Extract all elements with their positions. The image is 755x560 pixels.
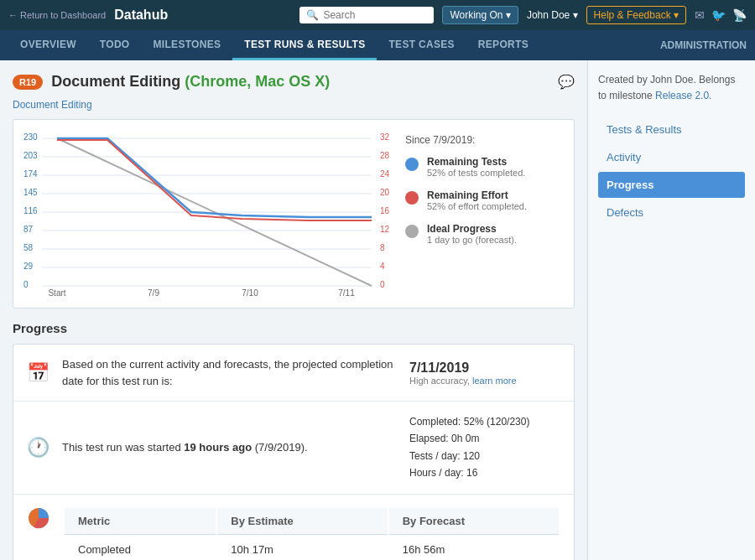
metrics-table-wrapper: Metric By Estimate By Forecast Completed…: [63, 506, 560, 560]
sidebar-nav: Tests & ResultsActivityProgressDefects: [598, 117, 745, 226]
stat-line: Hours / day: 16: [409, 464, 560, 481]
nav-item-test-runs-&-results[interactable]: TEST RUNS & RESULTS: [232, 30, 377, 60]
prog-right-date: 7/11/2019 High accuracy, learn more: [409, 360, 560, 386]
svg-text:145: 145: [23, 188, 38, 197]
legend-label-blue: Remaining Tests: [427, 156, 525, 168]
progress-row-start: 🕐 This test run was started 19 hours ago…: [13, 402, 574, 495]
svg-text:58: 58: [23, 243, 34, 252]
milestone-link[interactable]: Release 2.0.: [655, 90, 711, 101]
table-row: Completed 10h 17m 16h 56m: [65, 537, 559, 560]
legend-dot-gray: [405, 225, 419, 238]
admin-nav[interactable]: ADMINISTRATION: [660, 39, 747, 51]
svg-text:29: 29: [23, 262, 34, 271]
prog-accuracy: High accuracy, learn more: [409, 376, 560, 386]
pie-chart-icon: [27, 506, 50, 530]
top-icons: ✉ 🐦 📡: [695, 8, 747, 22]
svg-text:12: 12: [380, 225, 390, 234]
col-metric: Metric: [65, 508, 216, 535]
legend-dot-red: [405, 191, 419, 205]
nav-item-overview[interactable]: OVERVIEW: [8, 30, 88, 60]
svg-text:203: 203: [23, 151, 38, 160]
svg-text:7/10: 7/10: [242, 288, 258, 298]
breadcrumb[interactable]: Document Editing: [13, 99, 575, 111]
sidebar-info: Created by John Doe. Belongs to mileston…: [598, 72, 745, 104]
metric-estimate: 10h 17m: [217, 537, 387, 560]
svg-text:7/9: 7/9: [148, 288, 159, 298]
legend-sub-red: 52% of effort completed.: [427, 201, 527, 211]
legend-label-gray: Ideal Progress: [427, 223, 517, 235]
sidebar-nav-defects[interactable]: Defects: [598, 200, 745, 226]
metrics-table: Metric By Estimate By Forecast Completed…: [63, 506, 560, 560]
stat-line: Tests / day: 120: [409, 448, 560, 464]
metrics-tbody: Completed 10h 17m 16h 56m Todo 9h 47m 15…: [65, 537, 559, 560]
nav-item-milestones[interactable]: MILESTONES: [142, 30, 233, 60]
nav-item-todo[interactable]: TODO: [88, 30, 142, 60]
rss-icon[interactable]: 📡: [732, 8, 747, 22]
col-estimate: By Estimate: [217, 508, 387, 535]
user-button[interactable]: John Doe ▾: [527, 9, 578, 21]
search-input[interactable]: [323, 9, 432, 21]
app-title: Datahub: [114, 8, 168, 23]
working-on-button[interactable]: Working On ▾: [442, 6, 518, 24]
legend-since: Since 7/9/2019:: [405, 134, 564, 146]
legend-item-red: Remaining Effort 52% of effort completed…: [405, 189, 564, 211]
svg-text:116: 116: [23, 206, 38, 215]
sidebar-nav-activity[interactable]: Activity: [598, 144, 745, 170]
svg-text:174: 174: [23, 169, 38, 179]
sidebar-nav-progress[interactable]: Progress: [598, 172, 745, 198]
svg-text:32: 32: [380, 132, 390, 142]
content-area: R19 Document Editing (Chrome, Mac OS X) …: [0, 60, 587, 560]
calendar-icon: 📅: [27, 362, 49, 384]
pie-icon: [27, 506, 50, 530]
right-sidebar: Created by John Doe. Belongs to mileston…: [587, 60, 755, 560]
return-link[interactable]: ← Return to Dashboard: [8, 10, 106, 20]
page-header: R19 Document Editing (Chrome, Mac OS X) …: [13, 73, 575, 91]
nav-items: OVERVIEWTODOMILESTONESTEST RUNS & RESULT…: [8, 30, 660, 60]
metric-forecast: 16h 56m: [389, 537, 559, 560]
svg-text:230: 230: [23, 132, 38, 142]
search-box: 🔍: [299, 7, 434, 23]
prog-text-date: Based on the current activity and foreca…: [62, 356, 397, 389]
svg-text:20: 20: [380, 188, 390, 197]
learn-more-link[interactable]: learn more: [472, 376, 517, 386]
chart-card: 230 203 174 145 116 87 58 29 0 32 28 24 …: [13, 119, 575, 309]
chart-svg: 230 203 174 145 116 87 58 29 0 32 28 24 …: [23, 130, 393, 298]
sidebar-nav-tests-&-results[interactable]: Tests & Results: [598, 117, 745, 143]
clock-icon: 🕐: [27, 437, 49, 459]
svg-text:87: 87: [23, 225, 34, 234]
burndown-chart: 230 203 174 145 116 87 58 29 0 32 28 24 …: [23, 130, 393, 298]
legend-item-blue: Remaining Tests 52% of tests completed.: [405, 156, 564, 178]
top-bar: ← Return to Dashboard Datahub 🔍 Working …: [0, 0, 755, 30]
nav-item-test-cases[interactable]: TEST CASES: [377, 30, 466, 60]
svg-text:4: 4: [380, 262, 385, 271]
prog-text-start: This test run was started 19 hours ago (…: [62, 439, 397, 456]
legend-sub-gray: 1 day to go (forecast).: [427, 235, 517, 245]
legend-item-gray: Ideal Progress 1 day to go (forecast).: [405, 223, 564, 245]
search-icon: 🔍: [306, 9, 319, 21]
message-icon[interactable]: 💬: [558, 74, 575, 90]
run-badge: R19: [13, 75, 43, 90]
legend-dot-blue: [405, 158, 419, 171]
stat-line: Completed: 52% (120/230): [409, 413, 560, 430]
svg-text:7/11: 7/11: [338, 288, 355, 298]
nav-item-reports[interactable]: REPORTS: [466, 30, 540, 60]
progress-card: 📅 Based on the current activity and fore…: [13, 344, 575, 560]
svg-text:16: 16: [380, 206, 390, 215]
svg-text:0: 0: [380, 280, 385, 289]
help-button[interactable]: Help & Feedback ▾: [586, 6, 686, 24]
twitter-icon[interactable]: 🐦: [711, 8, 726, 22]
chart-area: 230 203 174 145 116 87 58 29 0 32 28 24 …: [23, 130, 564, 298]
stat-lines: Completed: 52% (120/230)Elapsed: 0h 0mTe…: [409, 413, 560, 482]
prog-date: 7/11/2019: [409, 360, 560, 376]
mail-icon[interactable]: ✉: [695, 8, 705, 22]
nav-bar: OVERVIEWTODOMILESTONESTEST RUNS & RESULT…: [0, 30, 755, 60]
svg-text:8: 8: [380, 243, 385, 252]
metric-name: Completed: [65, 537, 216, 560]
legend-items: Remaining Tests 52% of tests completed. …: [405, 156, 564, 245]
chart-legend: Since 7/9/2019: Remaining Tests 52% of t…: [405, 130, 564, 298]
progress-row-metrics: Metric By Estimate By Forecast Completed…: [13, 495, 574, 560]
prog-right-stats: Completed: 52% (120/230)Elapsed: 0h 0mTe…: [409, 413, 560, 482]
stat-line: Elapsed: 0h 0m: [409, 430, 560, 447]
col-forecast: By Forecast: [389, 508, 559, 535]
progress-row-date: 📅 Based on the current activity and fore…: [13, 345, 574, 402]
